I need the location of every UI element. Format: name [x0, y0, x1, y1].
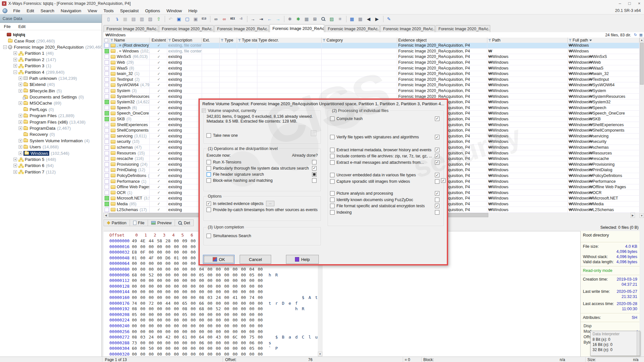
- already-done-checkbox[interactable]: [312, 166, 317, 171]
- find-hex-icon[interactable]: ∞: [220, 15, 228, 23]
- grid-view-icon[interactable]: ▦: [348, 15, 356, 23]
- already-done-checkbox[interactable]: [435, 198, 439, 202]
- interpreter-scrollbar[interactable]: [637, 331, 640, 356]
- copy-icon[interactable]: ▣: [175, 15, 183, 23]
- forward-icon[interactable]: →: [274, 15, 282, 23]
- expand-icon[interactable]: +: [19, 101, 22, 105]
- table-row[interactable]: System(3)✓existingForensic Image 2020_Re…: [104, 88, 639, 94]
- option-checkbox[interactable]: [207, 208, 211, 212]
- table-row[interactable]: WaaS(8)✓existingForensic Image 2020_ReAc…: [104, 65, 639, 71]
- row-checkbox[interactable]: [105, 196, 109, 200]
- gallery-icon[interactable]: ▨: [328, 15, 336, 23]
- dialog-title-bar[interactable]: Refine Volume Snapshot: Forensic Image 2…: [200, 100, 447, 107]
- process-checkbox[interactable]: [330, 135, 335, 139]
- expand-icon[interactable]: +: [14, 51, 17, 55]
- expand-icon[interactable]: +: [14, 64, 17, 68]
- tree-item-extend[interactable]: +$Extend(40): [0, 81, 102, 88]
- menu-tools[interactable]: Tools: [100, 8, 117, 13]
- column-header-evidence-object[interactable]: Evidence object: [397, 38, 487, 43]
- process-checkbox[interactable]: [330, 154, 335, 158]
- expand-icon[interactable]: +: [19, 120, 22, 124]
- dialog-option-particularly-thorough-file-system-data-structure-search[interactable]: Particularly thorough file system data s…: [207, 165, 318, 171]
- evidence-tab-1[interactable]: Forensic Image 2020_ReAc...: [104, 25, 158, 32]
- menu-search[interactable]: Search: [37, 8, 58, 13]
- tree-item-users[interactable]: +Users(14,868): [0, 144, 102, 150]
- menu-navigation[interactable]: Navigation: [58, 8, 85, 13]
- table-row[interactable]: SysWOW64(4,790)✓existingForensic Image 2…: [104, 82, 639, 88]
- tree-item-partition-5[interactable]: +Partition 5(448): [0, 156, 102, 162]
- collapse-icon[interactable]: −: [14, 70, 17, 74]
- column-header-full-path[interactable]: Full path: [568, 38, 639, 43]
- scroll-left-icon[interactable]: ◀: [104, 213, 108, 218]
- evidence-tab-2[interactable]: Forensic Image 2020_ReAc...: [159, 25, 214, 32]
- row-checkbox[interactable]: [105, 54, 109, 59]
- dialog-option-indexing[interactable]: Indexing: [330, 209, 441, 216]
- row-checkbox[interactable]: [105, 190, 109, 195]
- print-preview-icon[interactable]: ▥: [138, 15, 146, 23]
- process-checkbox[interactable]: [330, 179, 335, 184]
- expand-icon[interactable]: +: [19, 114, 22, 117]
- already-done-checkbox[interactable]: [435, 191, 439, 196]
- copy-hex-icon[interactable]: 010: [200, 15, 208, 23]
- already-done-checkbox[interactable]: [435, 148, 439, 152]
- row-checkbox[interactable]: [105, 151, 109, 155]
- already-done-checkbox[interactable]: [435, 210, 439, 215]
- already-done-checkbox[interactable]: [435, 204, 439, 208]
- row-checkbox[interactable]: [105, 106, 109, 110]
- row-checkbox[interactable]: [105, 49, 109, 53]
- undo-icon[interactable]: ↶: [167, 15, 174, 23]
- table-vscrollbar[interactable]: ▲ ▼: [639, 38, 644, 218]
- row-checkbox[interactable]: [105, 139, 109, 144]
- row-checkbox[interactable]: [105, 156, 109, 161]
- tree-item-programdata[interactable]: +ProgramData(2,467): [0, 125, 102, 131]
- dialog-option-extract-internal-metadata-browser-history-and-events[interactable]: Extract internal metadata, browser histo…: [330, 147, 441, 153]
- table-row[interactable]: WinSxS(66,013)✓existingForensic Image 20…: [104, 54, 639, 60]
- new-file-icon[interactable]: ▯: [105, 15, 112, 23]
- row-checkbox[interactable]: [105, 179, 109, 184]
- mode-tab-preview[interactable]: Preview: [148, 219, 175, 226]
- option-checkbox[interactable]: [207, 234, 211, 238]
- tree-item-windows[interactable]: +Windows(102,546): [0, 150, 102, 156]
- dialog-option-capture-sporadic-still-images-from-videos[interactable]: Capture sporadic still images from video…: [330, 178, 441, 185]
- column-header-type-status[interactable]: Type status: [237, 38, 257, 43]
- dialog-option-file-header-signature-search[interactable]: File header signature search: [207, 171, 318, 177]
- row-checkbox[interactable]: [105, 77, 109, 82]
- row-checkbox[interactable]: [105, 111, 109, 116]
- header-checkbox[interactable]: [105, 39, 108, 42]
- mode-tab-file[interactable]: File: [130, 219, 148, 226]
- table-row[interactable]: . = Windows(102,546)✓existing, file cont…: [104, 49, 639, 54]
- cancel-button[interactable]: Cancel: [240, 255, 271, 264]
- find-text-icon[interactable]: ∞: [212, 15, 220, 23]
- scroll-down-icon[interactable]: ▼: [639, 213, 644, 218]
- menu-help[interactable]: Help: [185, 8, 200, 13]
- row-checkbox[interactable]: [105, 60, 109, 65]
- process-checkbox[interactable]: [330, 148, 335, 152]
- process-checkbox[interactable]: [330, 160, 335, 165]
- tree-item-partition-6[interactable]: +Partition 6(64): [0, 162, 102, 169]
- already-done-checkbox[interactable]: [435, 116, 439, 121]
- row-checkbox[interactable]: [105, 145, 109, 150]
- dialog-option-uncover-embedded-data-in-various-file-types[interactable]: Uncover embedded data in various file ty…: [330, 172, 441, 179]
- dialog-option-in-selected-evidence-objects[interactable]: In selected evidence objects...: [207, 200, 318, 207]
- help-button[interactable]: Help: [286, 255, 319, 264]
- next-item-icon[interactable]: ▶: [373, 15, 381, 23]
- evidence-tab-7[interactable]: Forensic Image 2020_ReAc...: [436, 25, 490, 32]
- refresh-icon[interactable]: ↻: [633, 33, 638, 37]
- dialog-option-run-x-tensions[interactable]: Run X-Tensions: [207, 159, 318, 165]
- process-checkbox[interactable]: [330, 210, 335, 215]
- paste-into-icon[interactable]: ▣: [192, 15, 199, 23]
- tree-item-path-unknown[interactable]: +Path unknown(134,239): [0, 75, 102, 81]
- row-checkbox[interactable]: [105, 185, 109, 189]
- menu-view[interactable]: View: [85, 8, 100, 13]
- dialog-close-icon[interactable]: ✕: [444, 101, 447, 106]
- ok-button[interactable]: OK: [203, 255, 235, 264]
- filter-icon[interactable]: [323, 39, 326, 42]
- already-done-checkbox[interactable]: [435, 135, 439, 139]
- tree-item-tqtqtq[interactable]: tqtqtq: [0, 32, 102, 38]
- goto-marker-icon[interactable]: ⇥: [257, 15, 265, 23]
- evidence-tab-4[interactable]: Forensic Image 2020_ReAc...: [270, 24, 324, 32]
- already-done-checkbox[interactable]: [435, 173, 439, 177]
- interpret-image-icon[interactable]: ✱: [294, 15, 302, 23]
- option-checkbox[interactable]: [207, 201, 211, 206]
- print-icon[interactable]: ▤: [130, 15, 137, 23]
